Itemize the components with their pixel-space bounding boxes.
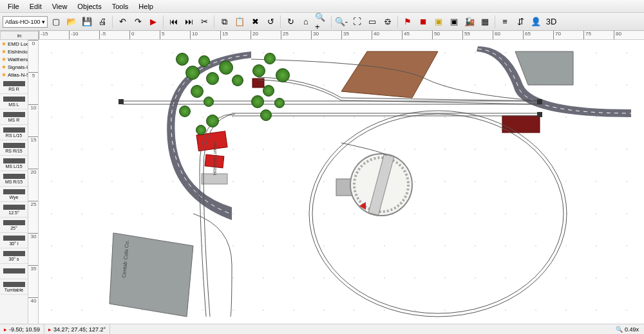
pink-box-icon[interactable]: ▣: [447, 15, 461, 29]
tree: [264, 53, 276, 64]
svg-point-22: [111, 181, 113, 182]
ruler-tick: 60: [493, 31, 500, 40]
track-palette-item[interactable]: 30° s: [0, 248, 28, 264]
red-flag-icon[interactable]: ⚑: [401, 15, 415, 29]
track-palette-item[interactable]: [0, 264, 28, 279]
track-palette-item[interactable]: Turntable: [0, 279, 28, 295]
undo-icon[interactable]: ↶: [115, 15, 129, 29]
bumper-1: [537, 99, 542, 104]
track-palette-item[interactable]: MS L/15: [0, 156, 28, 171]
track-palette-item[interactable]: RS R: [0, 79, 28, 94]
copy-icon[interactable]: ⧉: [217, 15, 231, 29]
elev-icon[interactable]: ⇵: [513, 15, 527, 29]
redo-icon[interactable]: ↷: [131, 15, 145, 29]
layout-canvas[interactable]: Centab Cola Co. Hillstone Lumber: [39, 40, 644, 324]
track-palette-item[interactable]: MS L: [0, 94, 28, 109]
svg-point-151: [535, 277, 536, 279]
ruler-tick: 15: [220, 31, 228, 40]
svg-point-2: [51, 116, 52, 118]
play-red-icon[interactable]: ▶: [146, 15, 160, 29]
track-palette-item[interactable]: Wye: [0, 187, 28, 202]
svg-point-166: [596, 181, 597, 182]
library-selector[interactable]: Atlas-HO-100▾: [3, 16, 48, 28]
menu-objects[interactable]: Objects: [72, 1, 106, 12]
menu-help[interactable]: Help: [133, 1, 158, 12]
svg-point-77: [293, 213, 294, 214]
svg-point-165: [596, 149, 597, 150]
svg-point-162: [596, 52, 597, 53]
rewind-icon[interactable]: ⏮: [166, 15, 180, 29]
library-item[interactable]: ★EMD Locos: [0, 40, 28, 48]
forward-icon[interactable]: ⏭: [182, 15, 196, 29]
home-icon[interactable]: ⌂: [299, 15, 313, 29]
save-icon[interactable]: 💾: [80, 15, 94, 29]
menu-view[interactable]: View: [47, 1, 73, 12]
delete-icon[interactable]: ✖: [248, 15, 262, 29]
new-icon[interactable]: ▢: [49, 15, 63, 29]
ruler-tick: 75: [583, 31, 591, 40]
svg-point-86: [323, 213, 325, 214]
track-palette-item[interactable]: MS R: [0, 109, 28, 125]
train-icon[interactable]: 🚂: [462, 15, 477, 29]
zoom-out-icon[interactable]: 🔍-: [334, 15, 348, 29]
svg-point-148: [535, 181, 536, 182]
svg-point-150: [535, 245, 536, 246]
print-icon[interactable]: 🖨: [95, 15, 109, 29]
track-palette-item[interactable]: MS R/15: [0, 171, 28, 187]
select-icon[interactable]: ▭: [365, 15, 379, 29]
align-icon[interactable]: ≡: [498, 15, 512, 29]
svg-point-60: [232, 245, 234, 246]
person-icon[interactable]: 👤: [529, 15, 543, 29]
svg-point-5: [51, 213, 52, 214]
svg-point-58: [232, 181, 234, 182]
svg-point-70: [263, 277, 264, 279]
zoom-in-icon[interactable]: 🔍+: [314, 15, 328, 29]
grid-icon[interactable]: ▦: [478, 15, 492, 29]
library-item[interactable]: ★Signals-US-L: [0, 63, 28, 71]
track-palette-item[interactable]: 12.5°: [0, 202, 28, 218]
paste-icon[interactable]: 📋: [232, 15, 247, 29]
track-palette-item[interactable]: RS R/15: [0, 140, 28, 156]
library-item[interactable]: ★Walthers-HO-Co: [0, 55, 28, 63]
track-palette-item[interactable]: RS L/15: [0, 125, 28, 140]
menu-tools[interactable]: Tools: [107, 1, 134, 12]
library-sidebar: ★EMD Locos★Eishindo-T★Walthers-HO-Co★Sig…: [0, 40, 28, 324]
ruler-vertical: 0510152025303540: [28, 40, 39, 324]
menu-file[interactable]: File: [3, 1, 24, 12]
svg-point-12: [81, 149, 82, 150]
menu-edit[interactable]: Edit: [24, 1, 47, 12]
3d-icon[interactable]: 3D: [544, 15, 558, 29]
svg-point-85: [323, 181, 325, 182]
svg-point-130: [475, 181, 476, 182]
zoom-fit-icon[interactable]: ⛶: [350, 15, 364, 29]
svg-point-112: [414, 181, 415, 182]
library-item[interactable]: ★Atlas-N-55: [0, 71, 28, 79]
svg-point-66: [263, 149, 264, 150]
tree: [191, 85, 204, 98]
svg-point-41: [172, 213, 173, 214]
svg-point-164: [596, 116, 597, 118]
svg-point-163: [596, 84, 597, 86]
ruler-tick: 15: [28, 136, 39, 143]
track-palette-item[interactable]: 25°: [0, 218, 28, 233]
svg-point-72: [293, 52, 294, 53]
rotate-left-icon[interactable]: ↺: [263, 15, 278, 29]
ruler-tick: 35: [28, 265, 39, 272]
svg-point-102: [384, 149, 385, 150]
svg-point-18: [111, 52, 113, 53]
cut-icon[interactable]: ✂: [197, 15, 211, 29]
library-item[interactable]: ★Eishindo-T: [0, 48, 28, 55]
yellow-box-icon[interactable]: ▣: [431, 15, 446, 29]
svg-point-111: [414, 149, 415, 150]
svg-point-172: [626, 84, 627, 86]
svg-point-8: [51, 310, 52, 311]
ruler-tick: 30: [28, 233, 39, 239]
track-palette-item[interactable]: 30° l: [0, 233, 28, 248]
svg-point-26: [111, 310, 113, 311]
stop-icon[interactable]: ⏹: [416, 15, 430, 29]
rotate-right-icon[interactable]: ↻: [283, 15, 298, 29]
group-icon[interactable]: ⯐: [381, 15, 395, 29]
tree: [263, 85, 274, 97]
svg-point-149: [535, 213, 536, 214]
open-icon[interactable]: 📂: [64, 15, 79, 29]
